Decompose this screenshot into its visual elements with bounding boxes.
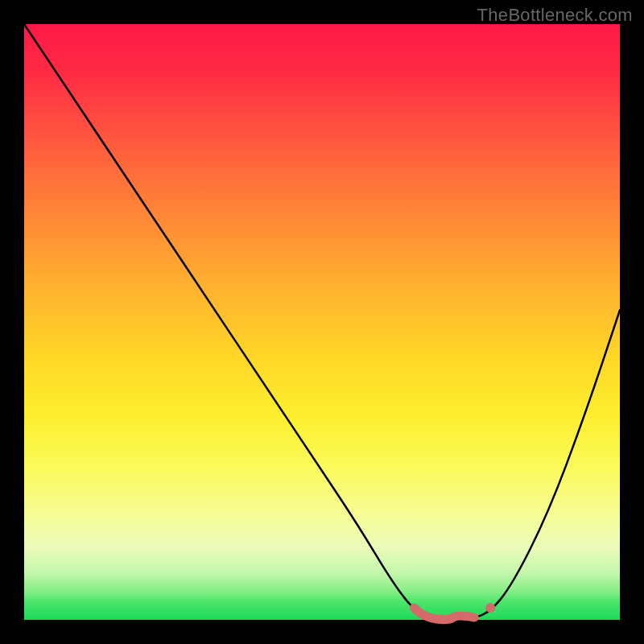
- watermark-text: TheBottleneck.com: [477, 5, 633, 26]
- optimal-range-marker: [414, 608, 474, 620]
- plot-area: [24, 24, 620, 620]
- curve-layer: [24, 24, 620, 620]
- chart-frame: TheBottleneck.com: [0, 0, 644, 644]
- bottleneck-curve: [24, 24, 620, 620]
- optimal-end-dot: [485, 603, 495, 613]
